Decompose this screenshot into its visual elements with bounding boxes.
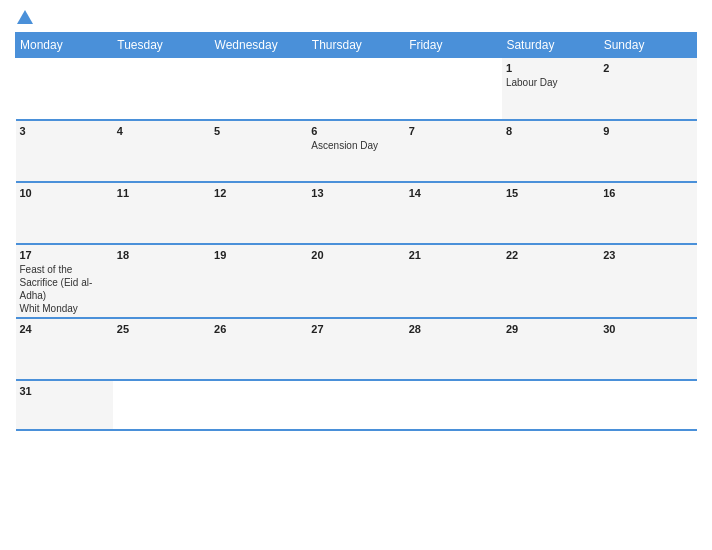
calendar-cell: 4 <box>113 120 210 182</box>
calendar-cell: 9 <box>599 120 696 182</box>
day-number: 15 <box>506 187 595 199</box>
calendar-cell: 28 <box>405 318 502 380</box>
weekday-header-row: MondayTuesdayWednesdayThursdayFridaySatu… <box>16 33 697 58</box>
calendar-cell: 10 <box>16 182 113 244</box>
calendar-cell: 26 <box>210 318 307 380</box>
logo-triangle-icon <box>17 10 33 24</box>
calendar-cell: 11 <box>113 182 210 244</box>
calendar-cell <box>210 380 307 430</box>
calendar-cell: 31 <box>16 380 113 430</box>
weekday-header-sunday: Sunday <box>599 33 696 58</box>
calendar-cell: 14 <box>405 182 502 244</box>
calendar-cell: 12 <box>210 182 307 244</box>
day-number: 31 <box>20 385 109 397</box>
calendar-row-3: 17Feast of the Sacrifice (Eid al-Adha)Wh… <box>16 244 697 318</box>
weekday-header-tuesday: Tuesday <box>113 33 210 58</box>
calendar-cell: 17Feast of the Sacrifice (Eid al-Adha)Wh… <box>16 244 113 318</box>
day-number: 6 <box>311 125 400 137</box>
day-number: 23 <box>603 249 692 261</box>
weekday-header-monday: Monday <box>16 33 113 58</box>
calendar-cell: 22 <box>502 244 599 318</box>
calendar-row-0: 1Labour Day2 <box>16 58 697 120</box>
calendar-cell: 6Ascension Day <box>307 120 404 182</box>
day-number: 12 <box>214 187 303 199</box>
calendar-cell: 16 <box>599 182 696 244</box>
day-number: 3 <box>20 125 109 137</box>
day-number: 19 <box>214 249 303 261</box>
calendar-cell <box>210 58 307 120</box>
calendar-cell <box>307 58 404 120</box>
calendar-cell: 29 <box>502 318 599 380</box>
calendar-row-5: 31 <box>16 380 697 430</box>
calendar-row-4: 24252627282930 <box>16 318 697 380</box>
calendar-cell: 18 <box>113 244 210 318</box>
day-number: 20 <box>311 249 400 261</box>
day-number: 16 <box>603 187 692 199</box>
calendar-table: MondayTuesdayWednesdayThursdayFridaySatu… <box>15 32 697 431</box>
day-number: 14 <box>409 187 498 199</box>
day-number: 24 <box>20 323 109 335</box>
day-number: 29 <box>506 323 595 335</box>
calendar-cell: 30 <box>599 318 696 380</box>
calendar-cell: 2 <box>599 58 696 120</box>
calendar-cell: 1Labour Day <box>502 58 599 120</box>
day-number: 13 <box>311 187 400 199</box>
day-number: 11 <box>117 187 206 199</box>
day-number: 2 <box>603 62 692 74</box>
day-number: 5 <box>214 125 303 137</box>
header <box>15 10 697 24</box>
calendar-cell <box>16 58 113 120</box>
calendar-cell <box>502 380 599 430</box>
calendar-row-2: 10111213141516 <box>16 182 697 244</box>
calendar-cell <box>405 380 502 430</box>
day-number: 8 <box>506 125 595 137</box>
holiday-label: Ascension Day <box>311 139 400 152</box>
calendar-cell: 7 <box>405 120 502 182</box>
day-number: 18 <box>117 249 206 261</box>
calendar-cell: 24 <box>16 318 113 380</box>
day-number: 17 <box>20 249 109 261</box>
calendar-page: MondayTuesdayWednesdayThursdayFridaySatu… <box>0 0 712 550</box>
day-number: 27 <box>311 323 400 335</box>
holiday-label: Feast of the Sacrifice (Eid al-Adha)Whit… <box>20 263 109 315</box>
calendar-cell <box>113 380 210 430</box>
day-number: 10 <box>20 187 109 199</box>
day-number: 25 <box>117 323 206 335</box>
calendar-cell: 3 <box>16 120 113 182</box>
logo <box>15 10 35 24</box>
calendar-cell <box>405 58 502 120</box>
day-number: 22 <box>506 249 595 261</box>
day-number: 30 <box>603 323 692 335</box>
day-number: 28 <box>409 323 498 335</box>
day-number: 1 <box>506 62 595 74</box>
calendar-cell: 8 <box>502 120 599 182</box>
calendar-cell: 15 <box>502 182 599 244</box>
weekday-header-friday: Friday <box>405 33 502 58</box>
calendar-cell <box>113 58 210 120</box>
calendar-cell: 21 <box>405 244 502 318</box>
calendar-cell: 13 <box>307 182 404 244</box>
weekday-header-thursday: Thursday <box>307 33 404 58</box>
calendar-row-1: 3456Ascension Day789 <box>16 120 697 182</box>
calendar-cell: 5 <box>210 120 307 182</box>
calendar-cell: 23 <box>599 244 696 318</box>
calendar-cell <box>307 380 404 430</box>
calendar-cell: 25 <box>113 318 210 380</box>
day-number: 26 <box>214 323 303 335</box>
calendar-cell: 19 <box>210 244 307 318</box>
calendar-cell <box>599 380 696 430</box>
day-number: 9 <box>603 125 692 137</box>
calendar-cell: 20 <box>307 244 404 318</box>
holiday-label: Labour Day <box>506 76 595 89</box>
calendar-cell: 27 <box>307 318 404 380</box>
weekday-header-saturday: Saturday <box>502 33 599 58</box>
day-number: 4 <box>117 125 206 137</box>
day-number: 21 <box>409 249 498 261</box>
day-number: 7 <box>409 125 498 137</box>
weekday-header-wednesday: Wednesday <box>210 33 307 58</box>
